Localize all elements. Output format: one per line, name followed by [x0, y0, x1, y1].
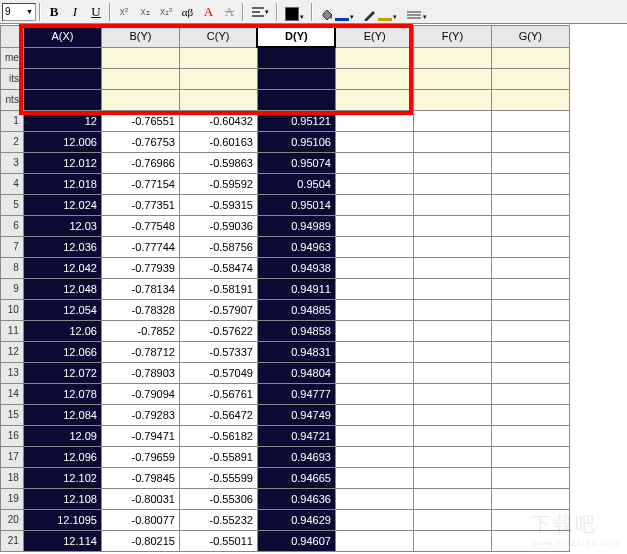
data-cell[interactable]	[335, 446, 413, 467]
data-cell[interactable]	[413, 152, 491, 173]
data-cell[interactable]: -0.59592	[179, 173, 257, 194]
data-cell[interactable]: 12.072	[23, 362, 101, 383]
data-cell[interactable]	[413, 530, 491, 551]
data-cell[interactable]: 0.94636	[257, 488, 335, 509]
header-cell[interactable]	[23, 68, 101, 89]
data-cell[interactable]	[335, 530, 413, 551]
data-cell[interactable]: -0.77939	[101, 257, 179, 278]
data-cell[interactable]	[491, 341, 569, 362]
data-cell[interactable]: 0.94804	[257, 362, 335, 383]
data-cell[interactable]: -0.78134	[101, 278, 179, 299]
greek-button[interactable]: αβ	[177, 2, 197, 22]
data-cell[interactable]: 0.94911	[257, 278, 335, 299]
data-cell[interactable]	[491, 383, 569, 404]
data-cell[interactable]: -0.76966	[101, 152, 179, 173]
column-header[interactable]: B(Y)	[101, 25, 179, 47]
data-cell[interactable]: -0.55599	[179, 467, 257, 488]
align-button[interactable]: ▾	[247, 2, 273, 22]
header-cell[interactable]	[257, 68, 335, 89]
header-cell[interactable]	[413, 89, 491, 110]
header-cell[interactable]	[179, 68, 257, 89]
data-cell[interactable]: -0.7852	[101, 320, 179, 341]
data-cell[interactable]: 12.024	[23, 194, 101, 215]
row-number[interactable]: 11	[1, 320, 24, 341]
data-cell[interactable]	[491, 257, 569, 278]
data-cell[interactable]: 12.018	[23, 173, 101, 194]
column-header[interactable]: F(Y)	[413, 25, 491, 47]
data-cell[interactable]: 12.048	[23, 278, 101, 299]
bold-button[interactable]: B	[44, 2, 64, 22]
data-cell[interactable]: -0.79659	[101, 446, 179, 467]
font-format-a-button[interactable]: A	[198, 2, 218, 22]
data-cell[interactable]	[491, 110, 569, 131]
data-cell[interactable]	[335, 173, 413, 194]
row-number[interactable]: 10	[1, 299, 24, 320]
data-cell[interactable]	[491, 467, 569, 488]
data-cell[interactable]: -0.79845	[101, 467, 179, 488]
data-cell[interactable]: -0.55011	[179, 530, 257, 551]
subscript-button[interactable]: x₂	[135, 2, 155, 22]
row-number[interactable]: 20	[1, 509, 24, 530]
column-header[interactable]: A(X)	[23, 25, 101, 47]
header-cell[interactable]	[179, 89, 257, 110]
row-number[interactable]: 21	[1, 530, 24, 551]
data-cell[interactable]	[335, 509, 413, 530]
data-cell[interactable]	[335, 383, 413, 404]
font-format-strike-button[interactable]: A	[219, 2, 239, 22]
data-cell[interactable]	[413, 215, 491, 236]
header-cell[interactable]	[101, 47, 179, 68]
data-cell[interactable]	[413, 299, 491, 320]
data-cell[interactable]: 0.94938	[257, 257, 335, 278]
data-cell[interactable]: -0.56472	[179, 404, 257, 425]
data-cell[interactable]: 0.94749	[257, 404, 335, 425]
underline-button[interactable]: U	[86, 2, 106, 22]
data-cell[interactable]	[491, 509, 569, 530]
data-cell[interactable]: -0.57049	[179, 362, 257, 383]
font-size-select[interactable]: 9 ▼	[2, 3, 36, 21]
data-cell[interactable]	[335, 404, 413, 425]
line-color-button[interactable]: ▾	[359, 2, 401, 22]
data-cell[interactable]: 12.036	[23, 236, 101, 257]
header-cell[interactable]	[335, 47, 413, 68]
data-cell[interactable]	[335, 236, 413, 257]
data-cell[interactable]: -0.57337	[179, 341, 257, 362]
header-cell[interactable]	[101, 89, 179, 110]
row-number[interactable]: 5	[1, 194, 24, 215]
data-cell[interactable]	[335, 467, 413, 488]
data-cell[interactable]: 12.006	[23, 131, 101, 152]
data-cell[interactable]: 12.084	[23, 404, 101, 425]
paint-bucket-button[interactable]: ▾	[316, 2, 358, 22]
header-cell[interactable]	[335, 68, 413, 89]
row-header-label[interactable]: me	[1, 47, 24, 68]
row-number[interactable]: 12	[1, 341, 24, 362]
row-number[interactable]: 3	[1, 152, 24, 173]
data-cell[interactable]: 0.95106	[257, 131, 335, 152]
header-cell[interactable]	[491, 68, 569, 89]
header-cell[interactable]	[257, 47, 335, 68]
data-cell[interactable]	[413, 362, 491, 383]
data-cell[interactable]	[413, 173, 491, 194]
row-number[interactable]: 17	[1, 446, 24, 467]
row-number[interactable]: 14	[1, 383, 24, 404]
data-cell[interactable]: 12.108	[23, 488, 101, 509]
data-cell[interactable]	[491, 194, 569, 215]
data-cell[interactable]: -0.79283	[101, 404, 179, 425]
header-cell[interactable]	[491, 89, 569, 110]
data-cell[interactable]	[335, 425, 413, 446]
data-cell[interactable]: -0.77744	[101, 236, 179, 257]
data-cell[interactable]	[491, 446, 569, 467]
data-cell[interactable]	[491, 404, 569, 425]
data-cell[interactable]: 12.054	[23, 299, 101, 320]
data-cell[interactable]: -0.57907	[179, 299, 257, 320]
row-number[interactable]: 6	[1, 215, 24, 236]
data-cell[interactable]: 0.94831	[257, 341, 335, 362]
data-cell[interactable]: -0.58191	[179, 278, 257, 299]
data-cell[interactable]	[335, 131, 413, 152]
data-cell[interactable]: -0.55306	[179, 488, 257, 509]
data-cell[interactable]	[335, 257, 413, 278]
row-number[interactable]: 2	[1, 131, 24, 152]
data-cell[interactable]: 12.1095	[23, 509, 101, 530]
row-header-label[interactable]: its	[1, 68, 24, 89]
data-cell[interactable]: -0.58474	[179, 257, 257, 278]
superscript-button[interactable]: x²	[114, 2, 134, 22]
